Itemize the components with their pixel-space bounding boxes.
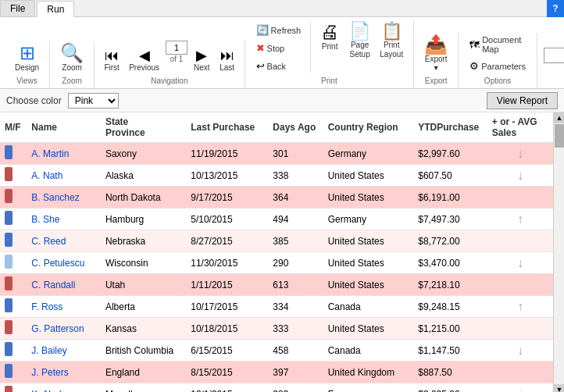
page-setup-icon: 📄 — [349, 23, 370, 40]
avg-sales-cell: ↓ — [487, 383, 553, 393]
view-report-button[interactable]: View Report — [487, 92, 558, 109]
title-bar: File Run ? — [0, 0, 564, 17]
tab-run[interactable]: Run — [37, 1, 74, 17]
print-button[interactable]: 🖨 Print — [316, 20, 344, 53]
days-ago-cell: 458 — [268, 340, 323, 362]
ytd-cell: $3,470.00 — [413, 252, 487, 274]
stop-button[interactable]: ✖ Stop — [252, 40, 306, 56]
state-cell: Alaska — [101, 165, 186, 187]
mf-cell — [0, 274, 27, 296]
name-cell: C. Reed — [27, 230, 101, 252]
color-label: Choose color — [6, 95, 62, 106]
country-region-cell: United States — [323, 274, 414, 296]
avg-sales-cell: ↓ — [487, 340, 553, 362]
ytd-cell: $8,772.00 — [413, 230, 487, 252]
first-icon: ⏮ — [105, 48, 119, 62]
mf-cell — [0, 362, 27, 383]
design-button[interactable]: ⊞ Design — [11, 41, 43, 74]
ytd-cell: $1,147.50 — [413, 340, 487, 362]
col-country-region: Country Region — [323, 112, 414, 143]
col-avg-sales: + or - AVGSales — [487, 112, 553, 143]
data-table: M/F Name StateProvince Last Purchase Day… — [0, 112, 553, 392]
name-cell: J. Peters — [27, 362, 101, 383]
color-select[interactable]: Pink Red Blue Green Yellow — [68, 93, 119, 109]
name-cell: A. Martin — [27, 143, 101, 165]
ytd-cell: $2,025.00 — [413, 383, 487, 393]
scroll-down-button[interactable]: ▼ — [554, 384, 564, 392]
page-number-input[interactable] — [166, 41, 187, 55]
help-button[interactable]: ? — [547, 0, 564, 17]
days-ago-cell: 333 — [268, 318, 323, 340]
table-row: C. ReedNebraska8/27/2015385United States… — [0, 230, 553, 252]
state-cell: Kansas — [101, 318, 186, 340]
document-map-icon: 🗺 — [469, 39, 480, 51]
ytd-cell: $6,191.00 — [413, 187, 487, 208]
ytd-cell: $887.50 — [413, 362, 487, 383]
tab-file[interactable]: File — [0, 0, 35, 16]
last-purchase-cell: 10/13/2015 — [186, 165, 268, 187]
country-region-cell: United States — [323, 230, 414, 252]
export-button[interactable]: 📤 Export▼ — [420, 33, 452, 74]
ribbon: ⊞ Design Views 🔍 Zoom Zoom ⏮ First ◀ Pre… — [0, 17, 564, 89]
table-row: G. PattersonKansas10/18/2015333United St… — [0, 318, 553, 340]
col-mf: M/F — [0, 112, 27, 143]
last-purchase-cell: 8/27/2015 — [186, 230, 268, 252]
table-row: J. PetersEngland8/15/2015397United Kingd… — [0, 362, 553, 383]
last-purchase-cell: 11/19/2015 — [186, 143, 268, 165]
stop-icon: ✖ — [256, 42, 265, 54]
scroll-up-button[interactable]: ▲ — [554, 112, 564, 123]
country-region-cell: United States — [323, 165, 414, 187]
ribbon-group-print: 🔄 Refresh ✖ Stop ↩ Back 🖨 Print 📄 P — [245, 20, 415, 88]
avg-sales-cell: ↓ — [487, 143, 553, 165]
table-row: F. RossAlberta10/17/2015334Canada$9,248.… — [0, 296, 553, 318]
print-layout-button[interactable]: 📋 PrintLayout — [376, 20, 407, 62]
avg-sales-cell: ↓ — [487, 165, 553, 187]
table-row: A. MartinSaxony11/19/2015301Germany$2,99… — [0, 143, 553, 165]
days-ago-cell: 397 — [268, 362, 323, 383]
avg-sales-cell — [487, 274, 553, 296]
ytd-cell: $2,997.60 — [413, 143, 487, 165]
zoom-button[interactable]: 🔍 Zoom — [56, 41, 87, 74]
page-nav: of 1 — [166, 41, 187, 74]
parameters-icon: ⚙ — [469, 60, 479, 72]
mf-cell — [0, 230, 27, 252]
scrollbar[interactable]: ▲ ▼ — [553, 112, 564, 392]
name-cell: K. Abel — [27, 383, 101, 393]
first-button[interactable]: ⏮ First — [101, 46, 123, 74]
col-last-purchase: Last Purchase — [186, 112, 268, 143]
name-cell: C. Petulescu — [27, 252, 101, 274]
days-ago-cell: 364 — [268, 187, 323, 208]
page-setup-button[interactable]: 📄 PageSetup — [345, 20, 374, 62]
days-ago-cell: 289 — [268, 383, 323, 393]
state-cell: Hamburg — [101, 208, 186, 230]
table-header-row: M/F Name StateProvince Last Purchase Day… — [0, 112, 553, 143]
last-button[interactable]: ⏭ Last — [216, 46, 238, 74]
avg-sales-cell — [487, 187, 553, 208]
avg-sales-cell — [487, 362, 553, 383]
parameters-button[interactable]: ⚙ Parameters — [465, 58, 530, 74]
next-button[interactable]: ▶ Next — [191, 46, 213, 74]
name-cell: F. Ross — [27, 296, 101, 318]
avg-sales-cell: ↓ — [487, 252, 553, 274]
previous-button[interactable]: ◀ Previous — [126, 46, 162, 74]
avg-sales-cell: ↑ — [487, 296, 553, 318]
refresh-button[interactable]: 🔄 Refresh — [252, 22, 306, 38]
table-row: B. SheHamburg5/10/2015494Germany$7,497.3… — [0, 208, 553, 230]
country-region-cell: Germany — [323, 208, 414, 230]
table-row: B. SanchezNorth Dakota9/17/2015364United… — [0, 187, 553, 208]
last-purchase-cell: 8/15/2015 — [186, 362, 268, 383]
avg-down-icon: ↓ — [517, 147, 523, 160]
document-map-button[interactable]: 🗺 Document Map — [465, 33, 530, 56]
back-button[interactable]: ↩ Back — [252, 58, 306, 74]
days-ago-cell: 290 — [268, 252, 323, 274]
find-input[interactable] — [544, 48, 564, 63]
ytd-cell: $607.50 — [413, 165, 487, 187]
scroll-thumb[interactable] — [555, 124, 564, 148]
days-ago-cell: 301 — [268, 143, 323, 165]
state-cell: Saxony — [101, 143, 186, 165]
table-row: K. AbelMoselle12/1/2015289France$2,025.0… — [0, 383, 553, 393]
last-purchase-cell: 6/15/2015 — [186, 340, 268, 362]
ytd-cell: $7,497.30 — [413, 208, 487, 230]
state-cell: Nebraska — [101, 230, 186, 252]
name-cell: B. She — [27, 208, 101, 230]
